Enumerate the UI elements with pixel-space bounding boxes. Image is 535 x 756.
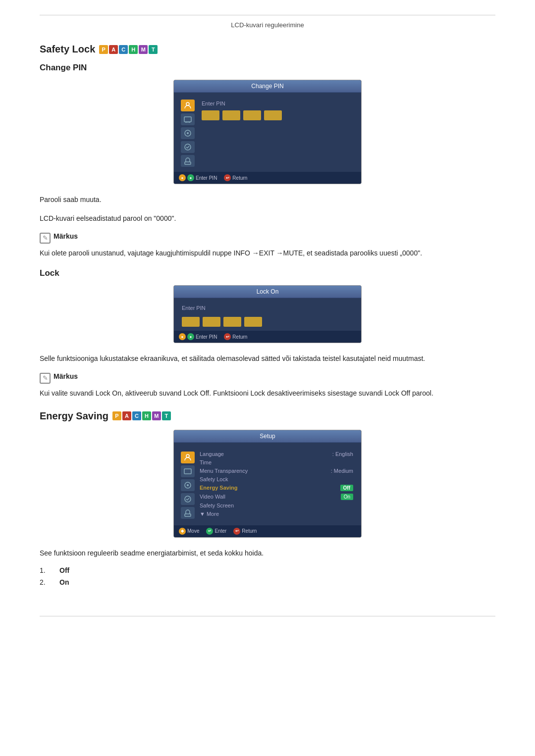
svg-point-6 (186, 454, 189, 457)
setup-sidebar (179, 448, 197, 520)
list-item-2-label: On (59, 578, 69, 586)
menu-language-label: Language (200, 451, 224, 457)
setup-footer-move-label: Move (187, 528, 199, 534)
lock-footer-enter-pin-label: Enter PIN (196, 334, 217, 340)
energy-saving-screen: Setup (173, 430, 362, 538)
safety-lock-heading: Safety Lock P A C H M T (40, 44, 495, 55)
es-badge-a: A (122, 411, 131, 420)
setup-footer-enter: ↵ Enter (206, 528, 226, 535)
setup-sidebar-icon-1 (181, 452, 195, 463)
setup-content: Language : English Time Menu Transparenc… (197, 448, 356, 520)
lock-description: Selle funktsiooniga lukustatakse ekraani… (40, 353, 495, 364)
menu-energy-saving-value: Off (340, 485, 353, 491)
lock-footer-return-label: Return (232, 334, 247, 340)
footer-enter-pin-label: Enter PIN (196, 175, 217, 181)
footer-btn-return: ↩ Return (224, 174, 247, 181)
setup-screen-title: Setup (174, 430, 361, 443)
btn-circle-yellow: ● (179, 174, 186, 181)
lock-markus-label: Märkus (54, 372, 78, 380)
setup-menu-safety-lock: Safety Lock (200, 476, 353, 483)
change-pin-markus-label: Märkus (54, 232, 78, 240)
safety-lock-title: Safety Lock (40, 44, 95, 55)
sidebar-icon-5 (181, 155, 195, 167)
note-icon-lock: ✎ (40, 373, 51, 384)
lock-pin-box-3 (223, 317, 241, 327)
menu-language-value: : English (332, 451, 353, 457)
lock-note-content: Kui valite suvandi Lock On, aktiveerub s… (40, 389, 433, 397)
menu-video-wall-value: On (341, 494, 353, 500)
menu-safety-lock-label: Safety Lock (200, 476, 228, 482)
setup-sidebar-icon-4 (181, 493, 195, 505)
setup-menu-energy-saving: Energy Saving Off (200, 484, 353, 492)
menu-more-label: ▼ More (200, 511, 219, 517)
lock-heading: Lock (40, 268, 495, 278)
change-pin-description1: Parooli saab muuta. (40, 194, 495, 205)
lock-footer-btn-return: ↩ Return (224, 333, 247, 340)
energy-saving-description: See funktsioon reguleerib seadme energia… (40, 548, 495, 558)
footer-btn-enter-pin: ● ● Enter PIN (179, 174, 217, 181)
change-pin-desc2-text: LCD-kuvari eelseadistatud parool on "000… (40, 214, 176, 222)
change-pin-sidebar (179, 98, 197, 167)
badge-m: M (139, 45, 148, 54)
lock-note-block: ✎ Märkus (40, 372, 495, 384)
energy-saving-desc-text: See funktsioon reguleerib seadme energia… (40, 549, 264, 557)
lock-footer-btn-enter-pin: ● ● Enter PIN (179, 333, 217, 340)
setup-menu-safety-screen: Safety Screen (200, 502, 353, 509)
change-pin-content: Enter PIN (197, 98, 356, 167)
pin-box-4 (264, 110, 282, 120)
setup-sidebar-icon-2 (181, 465, 195, 477)
pin-input-boxes (202, 110, 351, 120)
setup-menu-more: ▼ More (200, 510, 353, 517)
sidebar-icon-3 (181, 127, 195, 139)
es-badge-p: P (112, 411, 121, 420)
setup-menu-transparency: Menu Transparency : Medium (200, 467, 353, 474)
list-item-2-num: 2. (40, 578, 52, 586)
sidebar-icon-4 (181, 141, 195, 153)
page-header-title: LCD-kuvari reguleerimine (231, 21, 304, 29)
es-badge-c: C (132, 411, 141, 420)
lock-btn-circle-green: ● (187, 333, 194, 340)
lock-footer: ● ● Enter PIN ↩ Return (174, 331, 361, 343)
change-pin-screen: Change PIN (173, 80, 362, 184)
btn-circle-red: ↩ (224, 174, 231, 181)
setup-footer-return-label: Return (242, 528, 257, 534)
list-item-1-label: Off (59, 566, 69, 574)
pin-box-3 (243, 110, 261, 120)
menu-energy-saving-label: Energy Saving (200, 485, 237, 491)
badge-p: P (99, 45, 108, 54)
es-badge-m: M (152, 411, 161, 420)
menu-time-label: Time (200, 459, 212, 465)
svg-rect-5 (185, 162, 191, 164)
lock-note-text: Kui valite suvandi Lock On, aktiveerub s… (40, 388, 495, 399)
svg-point-0 (186, 102, 189, 105)
sidebar-icon-1 (181, 100, 195, 111)
pin-box-1 (202, 110, 219, 120)
btn-circle-green: ● (187, 174, 194, 181)
lock-pin-box-4 (244, 317, 262, 327)
setup-sidebar-icon-5 (181, 507, 195, 519)
energy-saving-list-item-1: 1. Off (40, 566, 495, 574)
setup-menu-language: Language : English (200, 451, 353, 457)
note-icon-change-pin: ✎ (40, 233, 51, 244)
badge-t: T (149, 45, 158, 54)
setup-footer-enter-label: Enter (214, 528, 226, 534)
setup-btn-move-circle: ◆ (179, 528, 186, 535)
setup-menu-video-wall: Video Wall On (200, 493, 353, 501)
setup-btn-return-circle: ↩ (233, 528, 240, 535)
lock-btn-circle-yellow: ● (179, 333, 186, 340)
energy-saving-badges: P A C H M T (112, 411, 171, 420)
energy-saving-heading: Energy Saving P A C H M T (40, 410, 495, 422)
svg-point-9 (187, 484, 189, 486)
lock-enter-pin-label: Enter PIN (182, 305, 353, 311)
menu-safety-screen-label: Safety Screen (200, 503, 234, 508)
energy-saving-title: Energy Saving (40, 410, 108, 422)
badge-c: C (119, 45, 128, 54)
change-pin-note-content: Kui olete parooli unustanud, vajutage ka… (40, 249, 422, 257)
menu-video-wall-label: Video Wall (200, 494, 225, 500)
setup-footer-move: ◆ Move (179, 528, 199, 535)
lock-btn-circle-red: ↩ (224, 333, 231, 340)
list-item-1-num: 1. (40, 566, 52, 574)
change-pin-heading: Change PIN (40, 63, 495, 73)
safety-lock-badges: P A C H M T (99, 45, 158, 54)
change-pin-screen-title: Change PIN (174, 80, 361, 93)
